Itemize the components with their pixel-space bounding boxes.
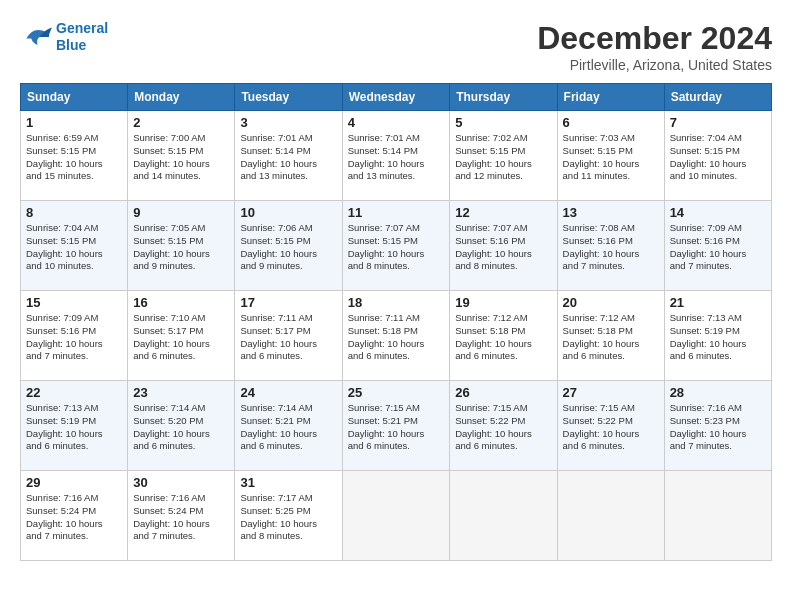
day-number: 31 — [240, 475, 336, 490]
month-title: December 2024 — [537, 20, 772, 57]
week-row-4: 22Sunrise: 7:13 AM Sunset: 5:19 PM Dayli… — [21, 381, 772, 471]
day-number: 8 — [26, 205, 122, 220]
day-number: 12 — [455, 205, 551, 220]
day-number: 10 — [240, 205, 336, 220]
day-number: 14 — [670, 205, 766, 220]
day-number: 15 — [26, 295, 122, 310]
weekday-header-row: SundayMondayTuesdayWednesdayThursdayFrid… — [21, 84, 772, 111]
day-number: 3 — [240, 115, 336, 130]
calendar-cell: 5Sunrise: 7:02 AM Sunset: 5:15 PM Daylig… — [450, 111, 557, 201]
weekday-header-wednesday: Wednesday — [342, 84, 450, 111]
weekday-header-tuesday: Tuesday — [235, 84, 342, 111]
day-info: Sunrise: 7:04 AM Sunset: 5:15 PM Dayligh… — [670, 132, 766, 183]
day-number: 1 — [26, 115, 122, 130]
logo: General Blue — [20, 20, 108, 54]
day-number: 26 — [455, 385, 551, 400]
title-section: December 2024 Pirtleville, Arizona, Unit… — [537, 20, 772, 73]
calendar-cell: 29Sunrise: 7:16 AM Sunset: 5:24 PM Dayli… — [21, 471, 128, 561]
page-header: General Blue December 2024 Pirtleville, … — [20, 20, 772, 73]
calendar-cell: 20Sunrise: 7:12 AM Sunset: 5:18 PM Dayli… — [557, 291, 664, 381]
location: Pirtleville, Arizona, United States — [537, 57, 772, 73]
calendar-cell: 21Sunrise: 7:13 AM Sunset: 5:19 PM Dayli… — [664, 291, 771, 381]
week-row-5: 29Sunrise: 7:16 AM Sunset: 5:24 PM Dayli… — [21, 471, 772, 561]
calendar-cell: 2Sunrise: 7:00 AM Sunset: 5:15 PM Daylig… — [128, 111, 235, 201]
day-info: Sunrise: 7:07 AM Sunset: 5:16 PM Dayligh… — [455, 222, 551, 273]
day-number: 4 — [348, 115, 445, 130]
calendar-cell: 16Sunrise: 7:10 AM Sunset: 5:17 PM Dayli… — [128, 291, 235, 381]
calendar-cell — [557, 471, 664, 561]
day-info: Sunrise: 7:09 AM Sunset: 5:16 PM Dayligh… — [670, 222, 766, 273]
day-number: 2 — [133, 115, 229, 130]
day-number: 19 — [455, 295, 551, 310]
day-number: 28 — [670, 385, 766, 400]
day-info: Sunrise: 7:15 AM Sunset: 5:22 PM Dayligh… — [563, 402, 659, 453]
calendar-cell: 26Sunrise: 7:15 AM Sunset: 5:22 PM Dayli… — [450, 381, 557, 471]
calendar-cell: 1Sunrise: 6:59 AM Sunset: 5:15 PM Daylig… — [21, 111, 128, 201]
weekday-header-saturday: Saturday — [664, 84, 771, 111]
day-number: 30 — [133, 475, 229, 490]
day-number: 18 — [348, 295, 445, 310]
day-number: 16 — [133, 295, 229, 310]
day-info: Sunrise: 7:02 AM Sunset: 5:15 PM Dayligh… — [455, 132, 551, 183]
day-info: Sunrise: 7:15 AM Sunset: 5:21 PM Dayligh… — [348, 402, 445, 453]
calendar-cell: 3Sunrise: 7:01 AM Sunset: 5:14 PM Daylig… — [235, 111, 342, 201]
calendar-cell: 13Sunrise: 7:08 AM Sunset: 5:16 PM Dayli… — [557, 201, 664, 291]
logo-line2: Blue — [56, 37, 108, 54]
day-info: Sunrise: 7:16 AM Sunset: 5:24 PM Dayligh… — [133, 492, 229, 543]
calendar-cell: 19Sunrise: 7:12 AM Sunset: 5:18 PM Dayli… — [450, 291, 557, 381]
day-number: 20 — [563, 295, 659, 310]
logo-bird-icon — [20, 21, 52, 53]
calendar-cell: 9Sunrise: 7:05 AM Sunset: 5:15 PM Daylig… — [128, 201, 235, 291]
day-number: 6 — [563, 115, 659, 130]
week-row-3: 15Sunrise: 7:09 AM Sunset: 5:16 PM Dayli… — [21, 291, 772, 381]
day-number: 24 — [240, 385, 336, 400]
day-number: 22 — [26, 385, 122, 400]
calendar-table: SundayMondayTuesdayWednesdayThursdayFrid… — [20, 83, 772, 561]
day-info: Sunrise: 7:17 AM Sunset: 5:25 PM Dayligh… — [240, 492, 336, 543]
day-info: Sunrise: 7:13 AM Sunset: 5:19 PM Dayligh… — [670, 312, 766, 363]
day-number: 5 — [455, 115, 551, 130]
weekday-header-monday: Monday — [128, 84, 235, 111]
week-row-2: 8Sunrise: 7:04 AM Sunset: 5:15 PM Daylig… — [21, 201, 772, 291]
day-number: 17 — [240, 295, 336, 310]
calendar-cell: 25Sunrise: 7:15 AM Sunset: 5:21 PM Dayli… — [342, 381, 450, 471]
calendar-cell: 6Sunrise: 7:03 AM Sunset: 5:15 PM Daylig… — [557, 111, 664, 201]
day-number: 11 — [348, 205, 445, 220]
day-info: Sunrise: 7:04 AM Sunset: 5:15 PM Dayligh… — [26, 222, 122, 273]
calendar-cell: 27Sunrise: 7:15 AM Sunset: 5:22 PM Dayli… — [557, 381, 664, 471]
calendar-cell: 11Sunrise: 7:07 AM Sunset: 5:15 PM Dayli… — [342, 201, 450, 291]
day-info: Sunrise: 7:12 AM Sunset: 5:18 PM Dayligh… — [563, 312, 659, 363]
day-info: Sunrise: 6:59 AM Sunset: 5:15 PM Dayligh… — [26, 132, 122, 183]
day-info: Sunrise: 7:08 AM Sunset: 5:16 PM Dayligh… — [563, 222, 659, 273]
logo-text: General Blue — [56, 20, 108, 54]
calendar-cell: 14Sunrise: 7:09 AM Sunset: 5:16 PM Dayli… — [664, 201, 771, 291]
day-number: 27 — [563, 385, 659, 400]
day-number: 9 — [133, 205, 229, 220]
day-info: Sunrise: 7:13 AM Sunset: 5:19 PM Dayligh… — [26, 402, 122, 453]
weekday-header-thursday: Thursday — [450, 84, 557, 111]
calendar-cell: 17Sunrise: 7:11 AM Sunset: 5:17 PM Dayli… — [235, 291, 342, 381]
weekday-header-sunday: Sunday — [21, 84, 128, 111]
day-info: Sunrise: 7:03 AM Sunset: 5:15 PM Dayligh… — [563, 132, 659, 183]
day-info: Sunrise: 7:09 AM Sunset: 5:16 PM Dayligh… — [26, 312, 122, 363]
calendar-cell: 23Sunrise: 7:14 AM Sunset: 5:20 PM Dayli… — [128, 381, 235, 471]
calendar-cell: 8Sunrise: 7:04 AM Sunset: 5:15 PM Daylig… — [21, 201, 128, 291]
weekday-header-friday: Friday — [557, 84, 664, 111]
calendar-cell: 12Sunrise: 7:07 AM Sunset: 5:16 PM Dayli… — [450, 201, 557, 291]
day-number: 13 — [563, 205, 659, 220]
calendar-cell: 7Sunrise: 7:04 AM Sunset: 5:15 PM Daylig… — [664, 111, 771, 201]
calendar-cell — [342, 471, 450, 561]
day-info: Sunrise: 7:00 AM Sunset: 5:15 PM Dayligh… — [133, 132, 229, 183]
day-info: Sunrise: 7:15 AM Sunset: 5:22 PM Dayligh… — [455, 402, 551, 453]
calendar-cell: 30Sunrise: 7:16 AM Sunset: 5:24 PM Dayli… — [128, 471, 235, 561]
day-number: 7 — [670, 115, 766, 130]
week-row-1: 1Sunrise: 6:59 AM Sunset: 5:15 PM Daylig… — [21, 111, 772, 201]
day-info: Sunrise: 7:01 AM Sunset: 5:14 PM Dayligh… — [348, 132, 445, 183]
day-info: Sunrise: 7:05 AM Sunset: 5:15 PM Dayligh… — [133, 222, 229, 273]
day-info: Sunrise: 7:11 AM Sunset: 5:17 PM Dayligh… — [240, 312, 336, 363]
day-info: Sunrise: 7:12 AM Sunset: 5:18 PM Dayligh… — [455, 312, 551, 363]
day-number: 23 — [133, 385, 229, 400]
day-info: Sunrise: 7:07 AM Sunset: 5:15 PM Dayligh… — [348, 222, 445, 273]
calendar-cell: 10Sunrise: 7:06 AM Sunset: 5:15 PM Dayli… — [235, 201, 342, 291]
calendar-cell — [664, 471, 771, 561]
